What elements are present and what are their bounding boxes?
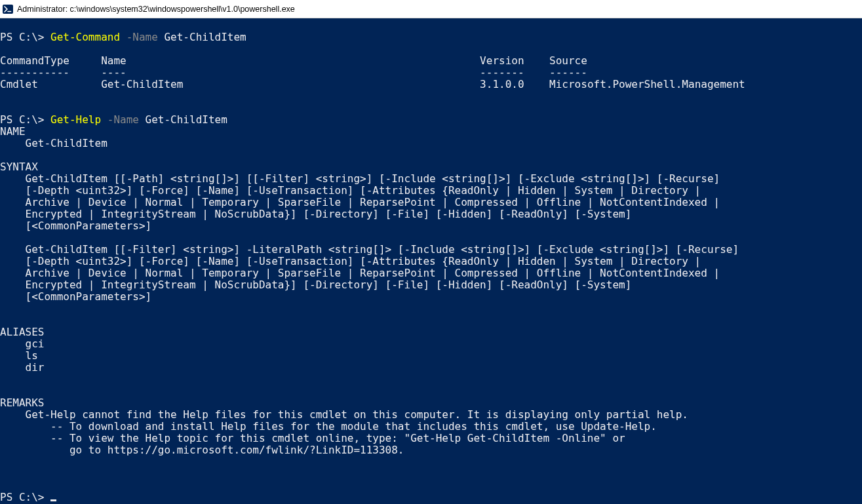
param-flag: -Name (120, 31, 164, 43)
help-name-value: Get-ChildItem (0, 137, 108, 149)
help-syntax-line: Get-ChildItem [[-Filter] <string>] -Lite… (0, 243, 739, 256)
help-remarks-line: Get-Help cannot find the Help files for … (0, 408, 688, 421)
cmd-arg: Get-ChildItem (146, 113, 227, 126)
help-syntax-line: Encrypted | IntegrityStream | NoScrubDat… (0, 208, 631, 220)
table-header-name: Name (101, 54, 127, 67)
powershell-icon (3, 4, 13, 14)
window-title: Administrator: c:\windows\system32\windo… (17, 5, 295, 14)
help-alias: gci (0, 338, 44, 350)
table-cell-version: 3.1.0.0 (480, 78, 524, 90)
help-syntax-line: [<CommonParameters>] (0, 290, 151, 303)
help-syntax-line: Encrypted | IntegrityStream | NoScrubDat… (0, 279, 631, 291)
help-section-header: SYNTAX (0, 161, 38, 173)
table-sep: ---- (101, 66, 127, 79)
prompt: PS C:\> (0, 113, 50, 126)
help-syntax-line: Get-ChildItem [[-Path] <string[]>] [[-Fi… (0, 172, 720, 185)
help-syntax-line: Archive | Device | Normal | Temporary | … (0, 267, 720, 279)
help-section-header: NAME (0, 125, 26, 138)
svg-rect-0 (3, 5, 13, 14)
help-syntax-line: [-Depth <uint32>] [-Force] [-Name] [-Use… (0, 184, 701, 197)
table-header-source: Source (549, 54, 587, 67)
terminal-output[interactable]: PS C:\> Get-Command -Name Get-ChildItem … (0, 18, 862, 503)
table-sep: ------- (480, 66, 524, 79)
table-sep: ------ (549, 66, 587, 79)
table-header-version: Version (480, 54, 524, 67)
help-section-header: REMARKS (0, 397, 44, 409)
cursor (50, 499, 56, 501)
param-flag: -Name (101, 113, 145, 126)
help-remarks-line: go to https://go.microsoft.com/fwlink/?L… (0, 444, 404, 456)
help-syntax-line: Archive | Device | Normal | Temporary | … (0, 196, 720, 208)
table-sep: ----------- (0, 66, 69, 79)
table-cell-source: Microsoft.PowerShell.Management (549, 78, 745, 90)
table-header-commandtype: CommandType (0, 54, 69, 67)
prompt: PS C:\> (0, 491, 50, 503)
help-syntax-line: [<CommonParameters>] (0, 220, 151, 232)
help-remarks-line: -- To view the Help topic for this cmdle… (0, 432, 625, 444)
help-remarks-line: -- To download and install Help files fo… (0, 420, 657, 433)
help-alias: ls (0, 349, 38, 362)
help-syntax-line: [-Depth <uint32>] [-Force] [-Name] [-Use… (0, 255, 701, 267)
window-titlebar[interactable]: Administrator: c:\windows\system32\windo… (0, 0, 862, 18)
help-alias: dir (0, 361, 44, 374)
table-cell-commandtype: Cmdlet (0, 78, 38, 90)
prompt: PS C:\> (0, 31, 50, 43)
help-section-header: ALIASES (0, 326, 44, 338)
table-cell-name: Get-ChildItem (101, 78, 183, 90)
cmdlet-name: Get-Help (50, 113, 101, 126)
cmd-arg: Get-ChildItem (164, 31, 246, 43)
cmdlet-name: Get-Command (50, 31, 120, 43)
